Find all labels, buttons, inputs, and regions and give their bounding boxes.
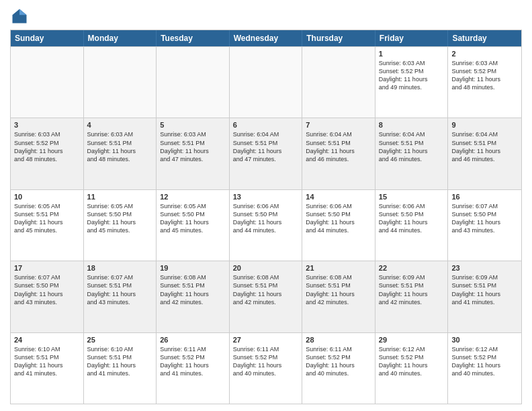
calendar-cell: 27Sunrise: 6:11 AM Sunset: 5:52 PM Dayli…	[230, 333, 303, 404]
calendar-cell: 6Sunrise: 6:04 AM Sunset: 5:51 PM Daylig…	[230, 118, 303, 189]
calendar-cell: 11Sunrise: 6:05 AM Sunset: 5:50 PM Dayli…	[84, 190, 157, 261]
day-info: Sunrise: 6:10 AM Sunset: 5:51 PM Dayligh…	[14, 345, 80, 378]
day-info: Sunrise: 6:06 AM Sunset: 5:50 PM Dayligh…	[379, 202, 445, 235]
calendar-cell: 2Sunrise: 6:03 AM Sunset: 5:52 PM Daylig…	[448, 47, 521, 118]
day-number: 6	[233, 121, 299, 129]
day-info: Sunrise: 6:11 AM Sunset: 5:52 PM Dayligh…	[233, 345, 299, 378]
calendar-week-5: 24Sunrise: 6:10 AM Sunset: 5:51 PM Dayli…	[11, 332, 521, 404]
day-info: Sunrise: 6:05 AM Sunset: 5:50 PM Dayligh…	[87, 202, 153, 235]
weekday-header-monday: Monday	[84, 30, 157, 46]
day-info: Sunrise: 6:08 AM Sunset: 5:51 PM Dayligh…	[233, 273, 299, 306]
calendar-cell	[230, 47, 303, 118]
day-number: 23	[451, 264, 518, 272]
calendar-week-1: 1Sunrise: 6:03 AM Sunset: 5:52 PM Daylig…	[11, 46, 521, 118]
day-number: 5	[160, 121, 226, 129]
day-info: Sunrise: 6:06 AM Sunset: 5:50 PM Dayligh…	[233, 202, 299, 235]
day-info: Sunrise: 6:08 AM Sunset: 5:51 PM Dayligh…	[160, 273, 226, 306]
day-info: Sunrise: 6:06 AM Sunset: 5:50 PM Dayligh…	[306, 202, 371, 235]
day-number: 4	[87, 121, 153, 129]
day-number: 21	[306, 264, 371, 272]
day-number: 3	[14, 121, 80, 129]
calendar-cell: 21Sunrise: 6:08 AM Sunset: 5:51 PM Dayli…	[302, 261, 375, 332]
day-number: 12	[160, 193, 226, 201]
day-number: 19	[160, 264, 226, 272]
day-info: Sunrise: 6:03 AM Sunset: 5:52 PM Dayligh…	[379, 59, 445, 92]
logo	[10, 7, 32, 26]
calendar-body: 1Sunrise: 6:03 AM Sunset: 5:52 PM Daylig…	[11, 46, 521, 404]
day-number: 17	[14, 264, 80, 272]
day-number: 10	[14, 193, 80, 201]
calendar-header: SundayMondayTuesdayWednesdayThursdayFrid…	[11, 30, 521, 46]
day-number: 7	[306, 121, 371, 129]
calendar-cell: 17Sunrise: 6:07 AM Sunset: 5:50 PM Dayli…	[11, 261, 84, 332]
calendar-week-2: 3Sunrise: 6:03 AM Sunset: 5:52 PM Daylig…	[11, 118, 521, 189]
calendar-cell: 29Sunrise: 6:12 AM Sunset: 5:52 PM Dayli…	[375, 333, 449, 404]
day-number: 29	[379, 336, 445, 344]
calendar-cell: 25Sunrise: 6:10 AM Sunset: 5:51 PM Dayli…	[84, 333, 157, 404]
day-number: 11	[87, 193, 153, 201]
weekday-header-sunday: Sunday	[11, 30, 84, 46]
calendar-cell: 9Sunrise: 6:04 AM Sunset: 5:51 PM Daylig…	[448, 118, 521, 189]
calendar-cell: 20Sunrise: 6:08 AM Sunset: 5:51 PM Dayli…	[230, 261, 303, 332]
day-info: Sunrise: 6:03 AM Sunset: 5:52 PM Dayligh…	[451, 59, 518, 92]
calendar-cell: 23Sunrise: 6:09 AM Sunset: 5:51 PM Dayli…	[448, 261, 521, 332]
calendar-cell: 3Sunrise: 6:03 AM Sunset: 5:52 PM Daylig…	[11, 118, 84, 189]
calendar-cell	[84, 47, 157, 118]
calendar-cell: 14Sunrise: 6:06 AM Sunset: 5:50 PM Dayli…	[302, 190, 375, 261]
calendar-cell: 16Sunrise: 6:07 AM Sunset: 5:50 PM Dayli…	[448, 190, 521, 261]
logo-icon	[10, 7, 29, 26]
weekday-header-thursday: Thursday	[302, 30, 375, 46]
calendar-cell: 5Sunrise: 6:03 AM Sunset: 5:51 PM Daylig…	[157, 118, 230, 189]
day-number: 13	[233, 193, 299, 201]
day-info: Sunrise: 6:12 AM Sunset: 5:52 PM Dayligh…	[379, 345, 445, 378]
day-number: 25	[87, 336, 153, 344]
calendar-cell: 22Sunrise: 6:09 AM Sunset: 5:51 PM Dayli…	[375, 261, 449, 332]
calendar-cell: 8Sunrise: 6:04 AM Sunset: 5:51 PM Daylig…	[375, 118, 449, 189]
day-info: Sunrise: 6:07 AM Sunset: 5:50 PM Dayligh…	[14, 273, 80, 306]
day-info: Sunrise: 6:04 AM Sunset: 5:51 PM Dayligh…	[306, 130, 371, 163]
calendar-cell	[302, 47, 375, 118]
day-number: 22	[379, 264, 445, 272]
header	[10, 7, 522, 26]
day-number: 1	[379, 50, 445, 58]
day-number: 27	[233, 336, 299, 344]
day-info: Sunrise: 6:10 AM Sunset: 5:51 PM Dayligh…	[87, 345, 153, 378]
calendar-cell: 15Sunrise: 6:06 AM Sunset: 5:50 PM Dayli…	[375, 190, 449, 261]
day-number: 24	[14, 336, 80, 344]
calendar-cell: 30Sunrise: 6:12 AM Sunset: 5:52 PM Dayli…	[448, 333, 521, 404]
calendar-cell	[11, 47, 84, 118]
day-info: Sunrise: 6:12 AM Sunset: 5:52 PM Dayligh…	[451, 345, 518, 378]
day-number: 26	[160, 336, 226, 344]
day-number: 20	[233, 264, 299, 272]
day-number: 2	[451, 50, 518, 58]
day-info: Sunrise: 6:07 AM Sunset: 5:50 PM Dayligh…	[451, 202, 518, 235]
weekday-header-tuesday: Tuesday	[157, 30, 230, 46]
day-info: Sunrise: 6:09 AM Sunset: 5:51 PM Dayligh…	[451, 273, 518, 306]
day-number: 30	[451, 336, 518, 344]
weekday-header-wednesday: Wednesday	[230, 30, 303, 46]
calendar-week-3: 10Sunrise: 6:05 AM Sunset: 5:51 PM Dayli…	[11, 189, 521, 261]
day-number: 9	[451, 121, 518, 129]
calendar-cell: 24Sunrise: 6:10 AM Sunset: 5:51 PM Dayli…	[11, 333, 84, 404]
day-info: Sunrise: 6:09 AM Sunset: 5:51 PM Dayligh…	[379, 273, 445, 306]
day-number: 15	[379, 193, 445, 201]
weekday-header-saturday: Saturday	[448, 30, 521, 46]
day-info: Sunrise: 6:04 AM Sunset: 5:51 PM Dayligh…	[379, 130, 445, 163]
day-info: Sunrise: 6:11 AM Sunset: 5:52 PM Dayligh…	[160, 345, 226, 378]
calendar-cell	[157, 47, 230, 118]
day-info: Sunrise: 6:08 AM Sunset: 5:51 PM Dayligh…	[306, 273, 371, 306]
day-number: 28	[306, 336, 371, 344]
day-info: Sunrise: 6:03 AM Sunset: 5:51 PM Dayligh…	[160, 130, 226, 163]
calendar-cell: 19Sunrise: 6:08 AM Sunset: 5:51 PM Dayli…	[157, 261, 230, 332]
day-info: Sunrise: 6:03 AM Sunset: 5:52 PM Dayligh…	[14, 130, 80, 163]
calendar-cell: 13Sunrise: 6:06 AM Sunset: 5:50 PM Dayli…	[230, 190, 303, 261]
day-info: Sunrise: 6:04 AM Sunset: 5:51 PM Dayligh…	[451, 130, 518, 163]
calendar-cell: 12Sunrise: 6:05 AM Sunset: 5:50 PM Dayli…	[157, 190, 230, 261]
day-number: 18	[87, 264, 153, 272]
page: SundayMondayTuesdayWednesdayThursdayFrid…	[0, 0, 532, 411]
day-number: 8	[379, 121, 445, 129]
calendar-cell: 7Sunrise: 6:04 AM Sunset: 5:51 PM Daylig…	[302, 118, 375, 189]
calendar-week-4: 17Sunrise: 6:07 AM Sunset: 5:50 PM Dayli…	[11, 261, 521, 332]
day-number: 16	[451, 193, 518, 201]
calendar: SundayMondayTuesdayWednesdayThursdayFrid…	[10, 30, 522, 404]
